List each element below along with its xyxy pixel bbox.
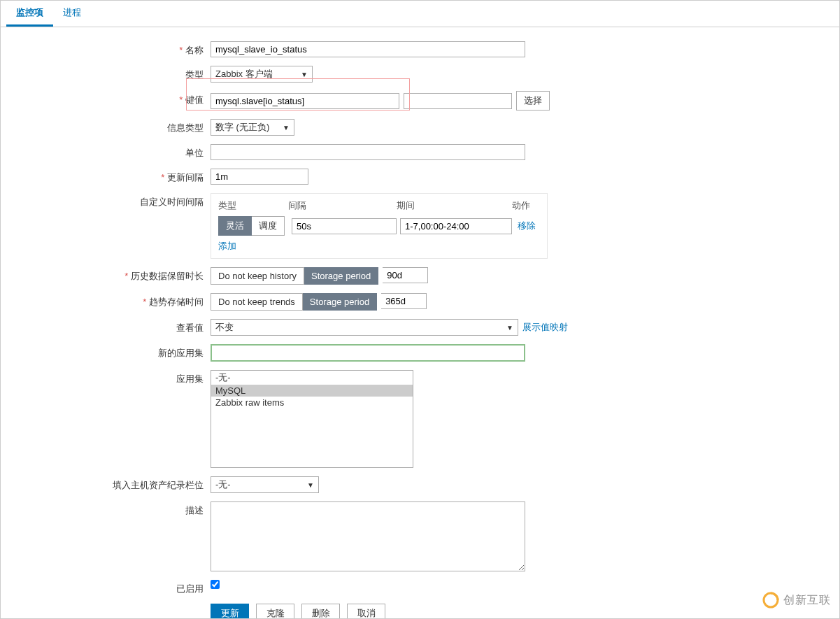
watermark: 创新互联 (762, 592, 831, 609)
enabled-checkbox[interactable] (211, 580, 220, 589)
label-custom-intervals: 自定义时间间隔 (1, 193, 211, 208)
app-item-mysql[interactable]: MySQL (211, 385, 413, 397)
tab-item[interactable]: 监控项 (6, 1, 53, 27)
type-select-value: Zabbix 客户端 (215, 68, 273, 80)
label-show-value: 查看值 (1, 319, 211, 334)
label-description: 描述 (1, 501, 211, 517)
inventory-select[interactable]: -无- ▼ (211, 476, 319, 493)
interval-period-input[interactable] (400, 218, 512, 234)
description-textarea[interactable] (211, 501, 525, 571)
action-buttons: 更新 克隆 删除 取消 (211, 604, 385, 619)
chevron-down-icon: ▼ (506, 324, 513, 332)
key-input[interactable] (211, 93, 399, 109)
tabs-bar: 监控项 进程 (1, 1, 839, 27)
label-key: 键值 (1, 91, 211, 106)
label-new-app: 新的应用集 (1, 344, 211, 360)
label-history: 历史数据保留时长 (1, 267, 211, 283)
trends-no-keep[interactable]: Do not keep trends (211, 293, 303, 311)
chevron-down-icon: ▼ (307, 481, 314, 489)
custom-intervals-box: 类型 间隔 期间 动作 灵活 调度 移除 (211, 193, 548, 259)
type-select[interactable]: Zabbix 客户端 ▼ (211, 66, 313, 83)
label-name: 名称 (1, 41, 211, 57)
history-no-keep[interactable]: Do not keep history (211, 267, 304, 285)
page-container: 监控项 进程 名称 类型 Zabbix 客户端 ▼ 键值 (0, 0, 840, 619)
show-value-value: 不变 (215, 321, 234, 334)
flexible-seg[interactable]: 灵活 (218, 216, 252, 236)
applications-list[interactable]: -无- MySQL Zabbix raw items (211, 370, 413, 468)
watermark-icon (762, 592, 779, 609)
chevron-down-icon: ▼ (301, 71, 308, 78)
history-period-input[interactable] (383, 267, 428, 283)
form: 名称 类型 Zabbix 客户端 ▼ 键值 选择 (1, 27, 839, 619)
label-enabled: 已启用 (1, 580, 211, 595)
update-button[interactable]: 更新 (211, 604, 249, 619)
trends-storage[interactable]: Storage period (303, 293, 377, 311)
custom-intervals-header: 类型 间隔 期间 动作 (218, 199, 540, 212)
new-application-input[interactable] (211, 344, 525, 362)
cancel-button[interactable]: 取消 (347, 604, 385, 619)
info-type-value: 数字 (无正负) (215, 121, 269, 134)
inventory-value: -无- (215, 478, 231, 491)
interval-add-link[interactable]: 添加 (218, 241, 236, 251)
interval-type-toggle: 灵活 调度 (218, 216, 288, 236)
key-ext-input[interactable] (404, 93, 512, 109)
history-toggle: Do not keep history Storage period (211, 267, 378, 285)
history-storage[interactable]: Storage period (304, 267, 378, 285)
app-item-zabbix-raw[interactable]: Zabbix raw items (211, 397, 413, 408)
show-value-select[interactable]: 不变 ▼ (211, 319, 518, 336)
info-type-select[interactable]: 数字 (无正负) ▼ (211, 119, 294, 136)
label-info-type: 信息类型 (1, 119, 211, 134)
clone-button[interactable]: 克隆 (256, 604, 294, 619)
unit-input[interactable] (211, 144, 525, 160)
label-inventory: 填入主机资产纪录栏位 (1, 476, 211, 492)
interval-delay-input[interactable] (292, 218, 397, 234)
tab-process[interactable]: 进程 (53, 1, 91, 27)
trends-period-input[interactable] (381, 293, 427, 309)
delete-button[interactable]: 删除 (301, 604, 340, 619)
label-trends: 趋势存储时间 (1, 293, 211, 308)
watermark-text: 创新互联 (783, 593, 831, 608)
chevron-down-icon: ▼ (283, 124, 290, 131)
interval-remove-link[interactable]: 移除 (518, 220, 536, 232)
trends-toggle: Do not keep trends Storage period (211, 293, 377, 311)
col-action: 动作 (512, 199, 540, 212)
show-value-map-link[interactable]: 展示值映射 (522, 321, 568, 334)
col-period: 期间 (397, 199, 512, 212)
name-input[interactable] (211, 41, 525, 57)
label-update-interval: 更新间隔 (1, 169, 211, 184)
app-item-none[interactable]: -无- (211, 371, 413, 385)
scheduling-seg[interactable]: 调度 (252, 216, 285, 236)
update-interval-input[interactable] (211, 169, 308, 185)
label-type: 类型 (1, 66, 211, 81)
label-unit: 单位 (1, 144, 211, 159)
select-key-button[interactable]: 选择 (516, 91, 550, 111)
custom-interval-row: 灵活 调度 移除 (218, 216, 540, 236)
col-interval: 间隔 (288, 199, 397, 212)
label-apps: 应用集 (1, 370, 211, 385)
col-type: 类型 (218, 199, 288, 212)
